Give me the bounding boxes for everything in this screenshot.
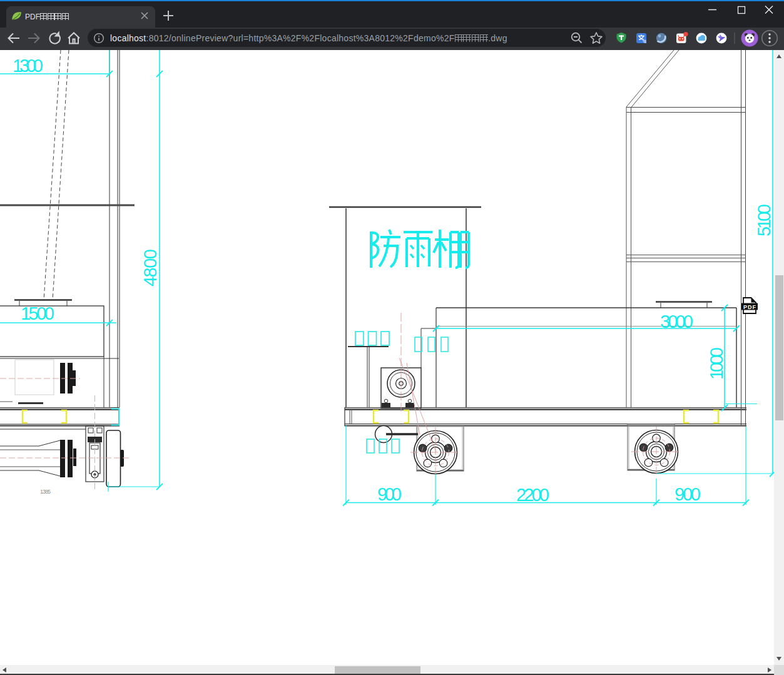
dim-900-left: 900: [377, 484, 402, 504]
dim-1300: 1300: [13, 56, 43, 76]
profile-avatar[interactable]: [741, 30, 758, 47]
platform: [345, 407, 746, 426]
extension-robot-icon[interactable]: [676, 32, 688, 43]
scroll-left-arrow[interactable]: [3, 667, 6, 672]
browser-menu-icon[interactable]: [762, 31, 778, 46]
dim-1000: 1000: [706, 347, 726, 380]
pdf-badge-text: PDF: [743, 304, 756, 310]
left-view: 1385: [0, 50, 135, 495]
cad-drawing: 1385: [0, 50, 774, 665]
url-host: localhost: [110, 33, 146, 43]
pdf-file-icon[interactable]: PDF: [741, 298, 758, 313]
tab-favicon-icon: [12, 12, 21, 19]
url-path: :8012/onlinePreview?url=http%3A%2F%2Floc…: [146, 33, 507, 43]
extension-translate-icon[interactable]: [636, 33, 646, 43]
vertical-scrollbar-thumb[interactable]: [775, 275, 783, 420]
dim-4800: 4800: [140, 249, 160, 287]
tab-close-icon[interactable]: [141, 13, 148, 19]
dim-1500: 1500: [21, 303, 54, 323]
extension-bird-icon[interactable]: [716, 33, 727, 44]
dim-2200: 2200: [516, 485, 549, 505]
reload-icon[interactable]: [49, 31, 59, 44]
close-window-button[interactable]: [765, 6, 773, 14]
url-text[interactable]: localhost:8012/onlinePreview?url=http%3A…: [110, 33, 507, 43]
scroll-right-arrow[interactable]: [768, 667, 771, 672]
scrollbar-corner: [774, 665, 784, 675]
vent-squares-row2: [415, 337, 448, 352]
dim-1385: 1385: [40, 489, 51, 495]
tab-title: PDF: [25, 13, 69, 21]
new-tab-button[interactable]: [163, 11, 173, 21]
extension-orbit-icon[interactable]: [656, 33, 666, 43]
extension-cloud-icon[interactable]: [696, 33, 707, 44]
dim-3000: 3000: [660, 312, 693, 332]
extension-shield-icon[interactable]: [617, 33, 626, 43]
dim-900-right: 900: [675, 484, 701, 504]
maximize-button[interactable]: [738, 7, 745, 14]
dim-5100: 5100: [754, 204, 774, 236]
back-icon[interactable]: [9, 34, 20, 43]
right-frame: [626, 50, 746, 425]
horizontal-scrollbar-thumb[interactable]: [335, 666, 420, 674]
page-info-icon[interactable]: [94, 34, 104, 43]
shelter-label: 防雨棚: [368, 229, 481, 271]
home-icon[interactable]: [68, 33, 79, 44]
forward-icon[interactable]: [28, 34, 39, 43]
vent-squares-row1: [355, 332, 389, 345]
zoom-out-icon[interactable]: [572, 33, 582, 43]
bookmark-star-icon[interactable]: [591, 33, 602, 43]
scroll-down-arrow[interactable]: [776, 657, 781, 661]
crank: [375, 426, 419, 443]
scroll-up-arrow[interactable]: [776, 54, 781, 58]
